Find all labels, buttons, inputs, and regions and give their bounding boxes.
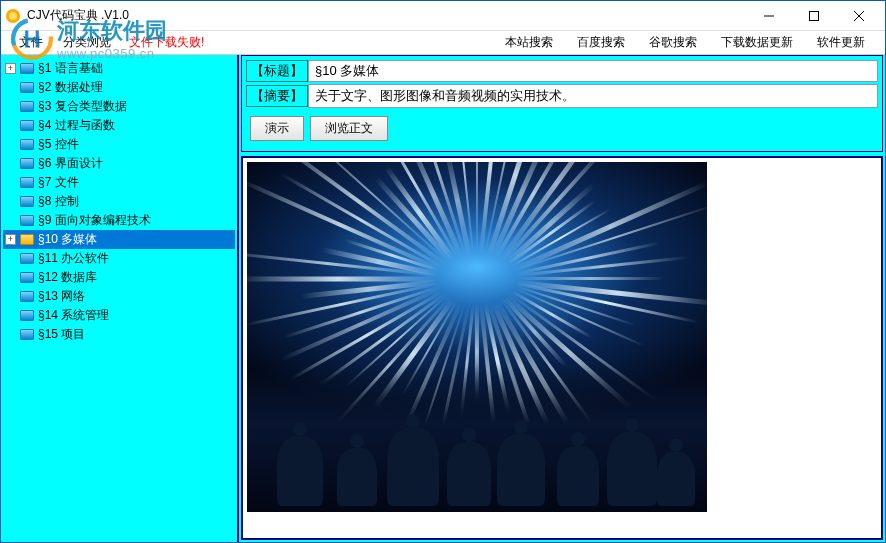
menu-baidu-search[interactable]: 百度搜索 (565, 32, 637, 53)
window-title: CJV代码宝典 .V1.0 (27, 7, 746, 24)
app-icon (5, 8, 21, 24)
tree-item-label: §12 数据库 (38, 269, 97, 286)
tree-item-label: §14 系统管理 (38, 307, 109, 324)
title-label: 【标题】 (246, 60, 308, 82)
tree-toggle-icon (5, 101, 16, 112)
tree-item-13[interactable]: §13 网络 (3, 287, 235, 306)
view-content-button[interactable]: 浏览正文 (310, 116, 388, 141)
close-button[interactable] (836, 2, 881, 30)
tree-toggle-icon (5, 158, 16, 169)
tree-toggle-icon (5, 253, 16, 264)
book-icon (20, 215, 34, 226)
menu-browse[interactable]: 分类浏览 (53, 32, 121, 53)
tree-item-label: §13 网络 (38, 288, 85, 305)
maximize-button[interactable] (791, 2, 836, 30)
book-icon (20, 253, 34, 264)
image-panel (241, 156, 883, 540)
book-icon (20, 158, 34, 169)
tree-toggle-icon (5, 82, 16, 93)
tree-toggle-icon (5, 139, 16, 150)
main-panel: 【标题】 §10 多媒体 【摘要】 关于文字、图形图像和音频视频的实用技术。 演… (239, 55, 885, 542)
book-icon (20, 101, 34, 112)
titlebar: CJV代码宝典 .V1.0 (1, 1, 885, 31)
menubar: 文件 分类浏览 文件下载失败! 本站搜索 百度搜索 谷歌搜索 下载数据更新 软件… (1, 31, 885, 55)
tree-toggle-icon (5, 329, 16, 340)
tree-item-10[interactable]: +§10 多媒体 (3, 230, 235, 249)
book-icon (20, 120, 34, 131)
book-icon (20, 82, 34, 93)
tree-item-label: §4 过程与函数 (38, 117, 115, 134)
title-value: §10 多媒体 (308, 60, 878, 82)
menu-file[interactable]: 文件 (9, 32, 53, 53)
tree-item-1[interactable]: +§1 语言基础 (3, 59, 235, 78)
tree-item-11[interactable]: §11 办公软件 (3, 249, 235, 268)
tree-item-label: §9 面向对象编程技术 (38, 212, 151, 229)
minimize-button[interactable] (746, 2, 791, 30)
tree-toggle-icon (5, 177, 16, 188)
tree-item-15[interactable]: §15 项目 (3, 325, 235, 344)
demo-button[interactable]: 演示 (250, 116, 304, 141)
tree-item-2[interactable]: §2 数据处理 (3, 78, 235, 97)
tree-item-4[interactable]: §4 过程与函数 (3, 116, 235, 135)
svg-rect-5 (809, 11, 818, 20)
folder-open-icon (20, 234, 34, 245)
tree-item-6[interactable]: §6 界面设计 (3, 154, 235, 173)
menu-download-update[interactable]: 下载数据更新 (709, 32, 805, 53)
tree-toggle-icon (5, 215, 16, 226)
book-icon (20, 196, 34, 207)
menu-google-search[interactable]: 谷歌搜索 (637, 32, 709, 53)
book-icon (20, 329, 34, 340)
summary-value: 关于文字、图形图像和音频视频的实用技术。 (308, 84, 878, 108)
tree-item-14[interactable]: §14 系统管理 (3, 306, 235, 325)
tree-toggle-icon (5, 272, 16, 283)
tree-item-label: §6 界面设计 (38, 155, 103, 172)
tree-toggle-icon (5, 120, 16, 131)
tree-item-7[interactable]: §7 文件 (3, 173, 235, 192)
tree-item-9[interactable]: §9 面向对象编程技术 (3, 211, 235, 230)
tree-item-label: §15 项目 (38, 326, 85, 343)
tree-item-label: §10 多媒体 (38, 231, 97, 248)
tree-item-label: §8 控制 (38, 193, 79, 210)
book-icon (20, 63, 34, 74)
tree-toggle-icon (5, 291, 16, 302)
tree-item-label: §5 控件 (38, 136, 79, 153)
summary-label: 【摘要】 (246, 85, 308, 107)
book-icon (20, 272, 34, 283)
content-image (247, 162, 707, 512)
menu-software-update[interactable]: 软件更新 (805, 32, 877, 53)
tree-item-label: §3 复合类型数据 (38, 98, 127, 115)
tree-item-3[interactable]: §3 复合类型数据 (3, 97, 235, 116)
tree-toggle-icon[interactable]: + (5, 63, 16, 74)
book-icon (20, 310, 34, 321)
svg-point-3 (9, 12, 17, 20)
tree-toggle-icon[interactable]: + (5, 234, 16, 245)
book-icon (20, 291, 34, 302)
tree-item-label: §1 语言基础 (38, 60, 103, 77)
sidebar-tree[interactable]: +§1 语言基础§2 数据处理§3 复合类型数据§4 过程与函数§5 控件§6 … (1, 55, 239, 542)
tree-item-8[interactable]: §8 控制 (3, 192, 235, 211)
book-icon (20, 139, 34, 150)
book-icon (20, 177, 34, 188)
tree-item-label: §7 文件 (38, 174, 79, 191)
tree-item-5[interactable]: §5 控件 (3, 135, 235, 154)
info-panel: 【标题】 §10 多媒体 【摘要】 关于文字、图形图像和音频视频的实用技术。 演… (241, 55, 883, 152)
tree-item-12[interactable]: §12 数据库 (3, 268, 235, 287)
menu-error-message: 文件下载失败! (121, 34, 204, 51)
tree-toggle-icon (5, 196, 16, 207)
tree-toggle-icon (5, 310, 16, 321)
menu-site-search[interactable]: 本站搜索 (493, 32, 565, 53)
tree-item-label: §2 数据处理 (38, 79, 103, 96)
tree-item-label: §11 办公软件 (38, 250, 109, 267)
